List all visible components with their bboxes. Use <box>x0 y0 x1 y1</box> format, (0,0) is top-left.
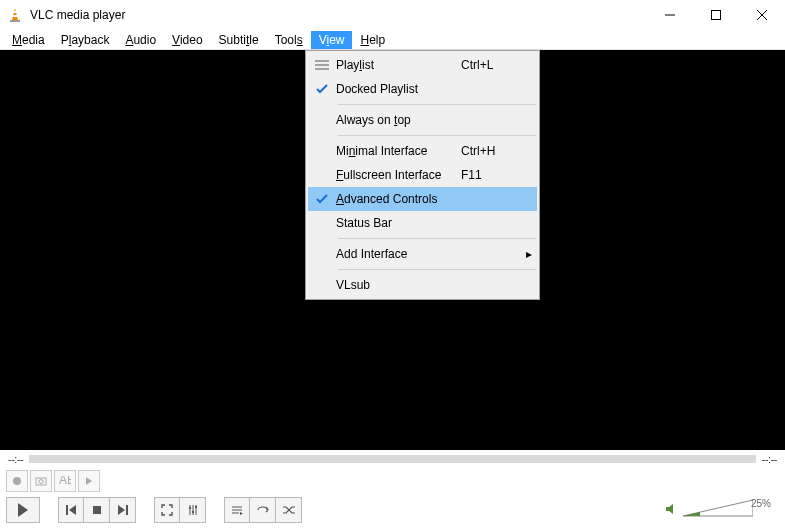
time-elapsed: --:-- <box>8 453 23 465</box>
menu-help[interactable]: Help <box>352 31 393 49</box>
menu-item-label: Playlist <box>336 58 461 72</box>
menu-tools[interactable]: Tools <box>267 31 311 49</box>
playlist-icon <box>308 60 336 70</box>
svg-rect-18 <box>126 505 128 515</box>
menu-item-shortcut: Ctrl+L <box>461 58 521 72</box>
menu-item-label: Minimal Interface <box>336 144 461 158</box>
menu-item-add-interface[interactable]: Add Interface ▸ <box>308 242 537 266</box>
menu-item-label: Docked Playlist <box>336 82 461 96</box>
seek-bar-row: --:-- --:-- <box>0 450 785 468</box>
title-bar: VLC media player <box>0 0 785 30</box>
menu-item-vlsub[interactable]: VLsub <box>308 273 537 297</box>
advanced-controls-row: AB <box>0 468 785 494</box>
menu-item-playlist[interactable]: Playlist Ctrl+L <box>308 53 537 77</box>
menu-item-label: Add Interface <box>336 247 461 261</box>
menu-bar: Media Playback Audio Video Subtitle Tool… <box>0 30 785 50</box>
volume-control: 25% <box>665 498 779 523</box>
check-icon <box>308 83 336 95</box>
menu-media[interactable]: Media <box>4 31 53 49</box>
close-button[interactable] <box>739 0 785 30</box>
time-total: --:-- <box>762 453 777 465</box>
volume-percent: 25% <box>751 498 771 509</box>
menu-item-label: Always on top <box>336 113 461 127</box>
menu-separator <box>338 238 536 239</box>
svg-rect-4 <box>712 11 721 20</box>
volume-slider[interactable] <box>683 498 753 523</box>
svg-point-14 <box>39 480 43 484</box>
fullscreen-button[interactable] <box>154 497 180 523</box>
view-menu-dropdown: Playlist Ctrl+L Docked Playlist Always o… <box>305 50 540 300</box>
svg-point-12 <box>13 477 21 485</box>
svg-text:AB: AB <box>59 476 71 486</box>
svg-rect-0 <box>13 11 17 13</box>
play-button[interactable] <box>6 497 40 523</box>
seek-slider[interactable] <box>29 455 756 463</box>
menu-item-fullscreen-interface[interactable]: Fullscreen Interface F11 <box>308 163 537 187</box>
svg-rect-2 <box>10 20 20 22</box>
svg-rect-22 <box>189 507 191 509</box>
menu-item-minimal-interface[interactable]: Minimal Interface Ctrl+H <box>308 139 537 163</box>
playlist-button[interactable] <box>224 497 250 523</box>
submenu-arrow-icon: ▸ <box>521 247 537 261</box>
menu-playback[interactable]: Playback <box>53 31 118 49</box>
speaker-icon[interactable] <box>665 502 679 519</box>
menu-separator <box>338 104 536 105</box>
menu-audio[interactable]: Audio <box>117 31 164 49</box>
svg-rect-23 <box>192 511 194 513</box>
menu-item-shortcut: Ctrl+H <box>461 144 521 158</box>
menu-item-label: Status Bar <box>336 216 461 230</box>
menu-item-shortcut: F11 <box>461 168 521 182</box>
controls-panel: --:-- --:-- AB 25% <box>0 450 785 526</box>
menu-item-always-on-top[interactable]: Always on top <box>308 108 537 132</box>
shuffle-button[interactable] <box>276 497 302 523</box>
menu-item-status-bar[interactable]: Status Bar <box>308 211 537 235</box>
frame-step-button[interactable] <box>78 470 100 492</box>
svg-rect-1 <box>12 15 18 17</box>
check-icon <box>308 193 336 205</box>
menu-item-label: Advanced Controls <box>336 192 461 206</box>
menu-item-label: VLsub <box>336 278 461 292</box>
minimize-button[interactable] <box>647 0 693 30</box>
loop-button[interactable] <box>250 497 276 523</box>
menu-separator <box>338 269 536 270</box>
menu-item-advanced-controls[interactable]: Advanced Controls <box>308 187 537 211</box>
svg-rect-17 <box>93 506 101 514</box>
main-controls-row: 25% <box>0 494 785 526</box>
next-button[interactable] <box>110 497 136 523</box>
menu-video[interactable]: Video <box>164 31 210 49</box>
menu-item-label: Fullscreen Interface <box>336 168 461 182</box>
record-button[interactable] <box>6 470 28 492</box>
app-logo-icon <box>6 6 24 24</box>
menu-item-docked-playlist[interactable]: Docked Playlist <box>308 77 537 101</box>
loop-ab-button[interactable]: AB <box>54 470 76 492</box>
menu-view[interactable]: View <box>311 31 353 49</box>
extended-settings-button[interactable] <box>180 497 206 523</box>
window-title: VLC media player <box>30 8 125 22</box>
menu-subtitle[interactable]: Subtitle <box>211 31 267 49</box>
maximize-button[interactable] <box>693 0 739 30</box>
svg-rect-24 <box>195 506 197 508</box>
svg-rect-16 <box>66 505 68 515</box>
previous-button[interactable] <box>58 497 84 523</box>
snapshot-button[interactable] <box>30 470 52 492</box>
menu-separator <box>338 135 536 136</box>
stop-button[interactable] <box>84 497 110 523</box>
